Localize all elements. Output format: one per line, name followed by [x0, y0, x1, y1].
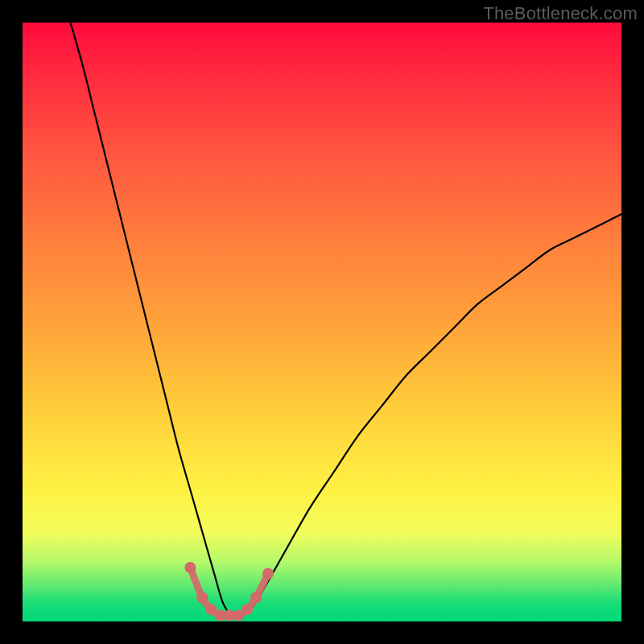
- chart-frame: TheBottleneck.com: [0, 0, 644, 644]
- trough-markers: [184, 562, 274, 621]
- trough-point: [196, 592, 208, 603]
- trough-point: [242, 604, 253, 615]
- trough-line: [190, 568, 268, 616]
- trough-point: [184, 562, 196, 573]
- trough-point: [262, 568, 274, 579]
- trough-point: [250, 592, 262, 603]
- curve-layer: [23, 23, 621, 621]
- plot-area: [23, 23, 621, 621]
- watermark-text: TheBottleneck.com: [483, 3, 638, 24]
- bottleneck-curve: [71, 23, 621, 617]
